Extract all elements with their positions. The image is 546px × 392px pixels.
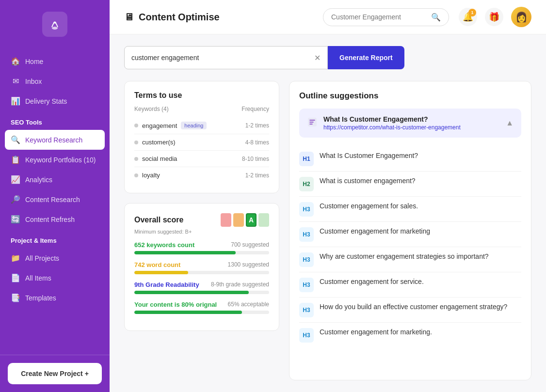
term-left: social media	[134, 155, 177, 162]
sidebar-item-inbox[interactable]: ✉ Inbox	[0, 71, 110, 91]
progress-bar	[134, 291, 269, 294]
progress-fill	[134, 251, 236, 254]
search-bar: ✕ Generate Report	[124, 46, 531, 69]
terms-title: Terms to use	[134, 91, 269, 100]
refresh-icon: 🔄	[11, 215, 20, 224]
progress-fill	[134, 271, 188, 274]
svg-point-0	[52, 27, 58, 30]
progress-fill	[134, 291, 249, 294]
user-avatar[interactable]: 👩	[511, 7, 531, 27]
heading-badge: H3	[299, 227, 314, 242]
metric-header: 652 keywords count 700 suggested	[134, 241, 269, 249]
outline-text: What Is Customer Engagement?	[320, 151, 418, 161]
progress-bar	[134, 251, 269, 254]
metric-suggested: 65% acceptable	[228, 301, 269, 308]
term-dot	[134, 157, 138, 161]
sidebar-logo	[0, 0, 110, 47]
sidebar-item-all-projects[interactable]: 📁 All Projects	[0, 248, 110, 268]
gift-button[interactable]: 🎁	[485, 8, 503, 26]
score-block	[221, 213, 231, 227]
templates-icon: 📑	[11, 293, 20, 302]
sidebar-item-label: Keyword Research	[25, 136, 82, 144]
sidebar-item-keyword-portfolios[interactable]: 📋 Keyword Portfolios (10)	[0, 150, 110, 170]
document-ref-icon	[307, 117, 318, 130]
metric-item: 9th Grade Readability 8-9th grade sugges…	[134, 281, 269, 294]
heading-badge: H3	[299, 252, 314, 267]
outline-text: Customer engagement for service.	[320, 277, 424, 287]
metric-suggested: 700 suggested	[231, 241, 269, 249]
header-search-input[interactable]	[331, 13, 427, 21]
score-header: Overall score A	[134, 213, 269, 227]
seo-section-title: SEO Tools	[0, 111, 110, 130]
term-frequency: 1-2 times	[245, 122, 269, 129]
metric-item: 742 word count 1300 suggested	[134, 261, 269, 274]
metric-header: 742 word count 1300 suggested	[134, 261, 269, 268]
terms-card: Terms to use Keywords (4) Frequency enga…	[124, 81, 279, 193]
metric-suggested: 1300 suggested	[228, 261, 269, 268]
term-left: loyalty	[134, 172, 160, 179]
outline-text: Customer engagement for marketing.	[320, 328, 432, 337]
term-tag: heading	[181, 122, 207, 129]
list-item: H3 Customer engagement for marketing	[299, 222, 521, 247]
sidebar-item-content-research[interactable]: 🔎 Content Research	[0, 189, 110, 209]
term-frequency: 1-2 times	[245, 172, 269, 179]
metric-label: Your content is 80% orignal	[134, 301, 217, 308]
metric-item: Your content is 80% orignal 65% acceptab…	[134, 301, 269, 314]
term-name: loyalty	[142, 172, 160, 179]
terms-header-frequency: Frequency	[241, 106, 269, 112]
sidebar-bottom: Create New Project +	[0, 355, 110, 392]
sidebar-item-delivery-stats[interactable]: 📊 Delivery Stats	[0, 91, 110, 111]
sidebar-item-label: Keyword Portfolios (10)	[25, 156, 96, 164]
competitor-reference: What Is Customer Engagement? https://com…	[299, 109, 521, 138]
term-left: engagement heading	[134, 122, 207, 129]
score-blocks: A	[221, 213, 269, 227]
page-title: Content Optimise	[139, 12, 220, 23]
header-search[interactable]: 🔍	[323, 8, 449, 26]
notification-badge: 1	[468, 9, 476, 16]
outline-title: Outline suggestions	[299, 91, 521, 101]
sidebar-item-label: Delivery Stats	[25, 97, 67, 105]
sidebar-item-analytics[interactable]: 📈 Analytics	[0, 170, 110, 189]
content-optimise-icon: 🖥	[124, 12, 134, 23]
sidebar-item-label: All Items	[25, 274, 51, 282]
outline-text: Customer engagement for marketing	[320, 227, 430, 236]
document-icon: 📄	[11, 273, 20, 282]
term-left: customer(s)	[134, 139, 176, 146]
search-input[interactable]	[131, 54, 310, 62]
table-row: loyalty 1-2 times	[134, 167, 269, 183]
folder-icon: 📁	[11, 253, 20, 263]
outline-items: H1 What Is Customer Engagement? H2 What …	[299, 146, 521, 347]
metric-item: 652 keywords count 700 suggested	[134, 241, 269, 254]
terms-table-header: Keywords (4) Frequency	[134, 106, 269, 112]
sidebar-item-label: Inbox	[25, 78, 42, 85]
search-icon: 🔍	[431, 13, 441, 22]
generate-report-button[interactable]: Generate Report	[328, 46, 404, 69]
score-card: Overall score A Minimum suggested: B+ 65…	[124, 203, 279, 331]
table-row: customer(s) 4-8 times	[134, 134, 269, 151]
sidebar-navigation: 🏠 Home ✉ Inbox 📊 Delivery Stats SEO Tool…	[0, 47, 110, 355]
sidebar: 🏠 Home ✉ Inbox 📊 Delivery Stats SEO Tool…	[0, 0, 110, 392]
home-icon: 🏠	[11, 57, 20, 66]
header: 🖥 Content Optimise 🔍 🔔 1 🎁 👩	[110, 0, 546, 34]
page-title-container: 🖥 Content Optimise	[124, 12, 313, 23]
main-content: 🖥 Content Optimise 🔍 🔔 1 🎁 👩 ✕	[110, 0, 546, 392]
sidebar-item-keyword-research[interactable]: 🔍 Keyword Research	[5, 130, 105, 150]
list-item: H2 What is customer engagement?	[299, 172, 521, 197]
sidebar-item-home[interactable]: 🏠 Home	[0, 51, 110, 71]
list-item: H3 Customer engagement for service.	[299, 272, 521, 298]
create-project-button[interactable]: Create New Project +	[8, 363, 102, 384]
notification-button[interactable]: 🔔 1	[459, 8, 477, 26]
metric-label: 652 keywords count	[134, 241, 194, 249]
clear-icon[interactable]: ✕	[314, 53, 321, 63]
heading-badge: H1	[299, 152, 314, 166]
portfolios-icon: 📋	[11, 155, 20, 164]
sidebar-item-label: All Projects	[25, 254, 59, 262]
sidebar-item-all-items[interactable]: 📄 All Items	[0, 268, 110, 288]
sidebar-item-templates[interactable]: 📑 Templates	[0, 288, 110, 308]
score-block	[258, 213, 269, 227]
chart-icon: 📊	[11, 96, 20, 106]
logo-icon	[42, 12, 67, 37]
list-item: H3 Customer engagement for sales.	[299, 197, 521, 222]
sidebar-item-content-refresh[interactable]: 🔄 Content Refresh	[0, 209, 110, 229]
inbox-icon: ✉	[11, 77, 20, 86]
